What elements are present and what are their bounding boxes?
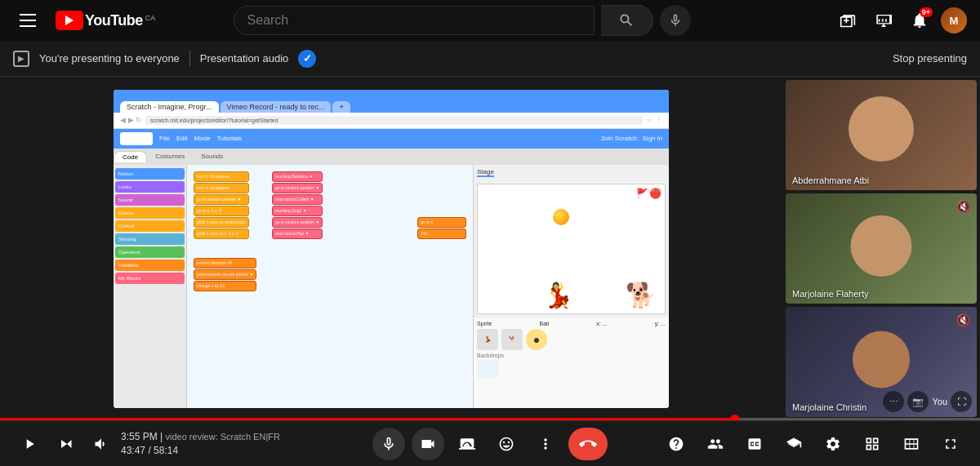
search-input[interactable] bbox=[234, 7, 594, 34]
people-button[interactable] bbox=[699, 428, 732, 460]
sprite-name: Ball bbox=[539, 321, 549, 326]
scratch-tutorials-menu[interactable]: Tutorials bbox=[217, 135, 242, 142]
layout-button[interactable] bbox=[856, 428, 889, 460]
code-block-pink[interactable]: go to random position ▼ bbox=[272, 183, 323, 193]
notifications-button[interactable]: 9+ bbox=[905, 6, 934, 35]
block-motion[interactable]: Motion bbox=[115, 168, 185, 180]
duration-current: 43:47 bbox=[121, 445, 145, 456]
tab-scratch[interactable]: Scratch - Imagine, Progr... bbox=[120, 101, 219, 113]
stage-flag-button[interactable]: 🚩 bbox=[636, 188, 648, 199]
tab-vimeo[interactable]: Vimeo Record - ready to rec... bbox=[220, 101, 332, 113]
code-block-pink[interactable]: touching Ballerina ▼ bbox=[272, 171, 323, 182]
stop-presenting-button[interactable]: Stop presenting bbox=[893, 52, 967, 64]
tab-new[interactable]: + bbox=[332, 101, 350, 113]
activities-button[interactable] bbox=[777, 428, 810, 460]
search-bar bbox=[234, 6, 595, 35]
stage-tab[interactable]: Stage bbox=[477, 168, 494, 177]
code-block[interactable]: glide 1 secs to x: 0 y: 0 bbox=[194, 229, 249, 239]
help-button[interactable] bbox=[660, 428, 693, 460]
apps-icon bbox=[875, 12, 892, 29]
apps-button[interactable] bbox=[869, 6, 898, 35]
participant-1-video bbox=[786, 80, 977, 190]
code-block[interactable]: glide 1 secs to random pos bbox=[194, 217, 249, 228]
code-block-orange[interactable]: point in direction 90 bbox=[194, 258, 256, 269]
block-sound[interactable]: Sound bbox=[115, 194, 185, 206]
present-screen-button[interactable] bbox=[451, 428, 483, 460]
url-bar[interactable]: scratch.mit.edu/projects/editor/?tutoria… bbox=[145, 116, 643, 125]
block-operators[interactable]: Operators bbox=[115, 246, 185, 258]
tab-costumes[interactable]: Costumes bbox=[147, 151, 193, 162]
participant-2-video bbox=[786, 193, 977, 304]
participant-3-name: Marjolaine Christin bbox=[792, 402, 866, 412]
tiles-icon bbox=[903, 436, 920, 452]
end-call-button[interactable] bbox=[568, 428, 608, 460]
create-button[interactable] bbox=[833, 6, 862, 35]
play-pause-button[interactable] bbox=[13, 428, 46, 460]
meet-presentation-bar: ▶ You're presenting to everyone Presenta… bbox=[0, 41, 980, 77]
tiles-button[interactable] bbox=[895, 428, 928, 460]
browser-tabs: Scratch - Imagine, Progr... Vimeo Record… bbox=[120, 90, 350, 113]
search-button[interactable] bbox=[601, 5, 653, 36]
settings-button[interactable] bbox=[817, 428, 849, 460]
emoji-icon bbox=[498, 436, 514, 452]
participant-3-more-btn[interactable]: ⋯ bbox=[883, 391, 904, 412]
participant-3-overlay-controls: ⋯ 📷 You ⛶ bbox=[883, 391, 972, 412]
tab-sounds[interactable]: Sounds bbox=[193, 151, 231, 162]
block-control[interactable]: Control bbox=[115, 220, 185, 232]
block-looks[interactable]: Looks bbox=[115, 181, 185, 193]
scratch-file-menu[interactable]: File bbox=[159, 135, 170, 142]
youtube-logo[interactable]: YouTube CA bbox=[56, 11, 155, 30]
meet-center-controls bbox=[372, 428, 608, 460]
browser-nav-bar: ◀ ▶ ↻ scratch.mit.edu/projects/editor/?t… bbox=[114, 113, 669, 129]
code-block[interactable]: go to x: 0 y: 0 bbox=[194, 206, 249, 216]
code-block-orange[interactable]: point towards mouse-pointer ▼ bbox=[194, 269, 256, 280]
reactions-button[interactable] bbox=[490, 428, 523, 460]
stage-ball-sprite bbox=[553, 209, 569, 225]
code-block[interactable]: turn ↻ 15 degrees bbox=[194, 171, 249, 182]
captions-button[interactable] bbox=[738, 428, 771, 460]
scratch-edit-menu[interactable]: Edit bbox=[176, 135, 188, 142]
block-sensing[interactable]: Sensing bbox=[115, 233, 185, 245]
code-block-pink[interactable]: go to random position ▼ bbox=[272, 217, 323, 228]
participant-3-expand-btn[interactable]: ⛶ bbox=[951, 391, 972, 412]
block-variables[interactable]: Variables bbox=[115, 260, 185, 271]
code-block-right[interactable]: go to x: bbox=[417, 217, 466, 228]
tab-code[interactable]: Code bbox=[114, 151, 147, 162]
code-block-right[interactable]: 144 bbox=[417, 229, 466, 239]
code-block-pink[interactable]: start sound Collect ▼ bbox=[272, 194, 323, 205]
backdrop-thumb[interactable] bbox=[477, 360, 498, 378]
microphone-button[interactable] bbox=[372, 428, 405, 460]
mic-icon bbox=[381, 436, 397, 452]
scratch-interface: Scratch - Imagine, Progr... Vimeo Record… bbox=[114, 90, 669, 408]
participant-tile-3: 🔇 Marjolaine Christin ⋯ 📷 You ⛶ bbox=[786, 307, 977, 417]
skip-next-button[interactable] bbox=[49, 428, 82, 460]
block-my-blocks[interactable]: My Blocks bbox=[115, 273, 185, 284]
audio-checkbox[interactable]: ✓ bbox=[298, 50, 316, 68]
participant-3-camera-btn[interactable]: 📷 bbox=[907, 391, 929, 412]
code-block-orange[interactable]: change x by 10 bbox=[194, 281, 256, 291]
hamburger-menu-button[interactable] bbox=[13, 6, 42, 35]
sprite-label: Sprite bbox=[477, 321, 492, 326]
sprite-thumb-dog[interactable]: 🐕 bbox=[501, 329, 523, 350]
scratch-section-tabs: Code Costumes Sounds bbox=[114, 149, 669, 165]
participants-panel: Abderrahmane Atbi 🔇 Marjolaine Flaherty … bbox=[782, 77, 980, 420]
participant-1-name: Abderrahmane Atbi bbox=[792, 175, 869, 185]
camera-button[interactable] bbox=[412, 428, 444, 460]
volume-button[interactable] bbox=[85, 428, 118, 460]
hamburger-icon bbox=[20, 14, 36, 27]
code-block[interactable]: turn ↺ 15 degrees bbox=[194, 183, 249, 193]
code-blocks-canvas: turn ↻ 15 degrees turn ↺ 15 degrees go t… bbox=[190, 168, 470, 408]
sprite-thumb-ball[interactable]: ● bbox=[526, 329, 547, 350]
voice-search-button[interactable] bbox=[660, 5, 691, 36]
sprite-thumb-ballerina[interactable]: 💃 bbox=[477, 329, 498, 350]
code-block-pink[interactable]: start sound Pop ▼ bbox=[272, 229, 323, 239]
code-block[interactable]: go to random position ▼ bbox=[194, 194, 249, 205]
scratch-logo bbox=[120, 132, 153, 145]
code-block-pink[interactable]: touching Dog1 ▼ bbox=[272, 206, 323, 216]
user-avatar[interactable]: M bbox=[941, 7, 967, 33]
volume-icon bbox=[93, 436, 109, 452]
block-events[interactable]: Events bbox=[115, 207, 185, 219]
more-options-button[interactable] bbox=[529, 428, 562, 460]
scratch-mode-menu[interactable]: Mode bbox=[194, 135, 211, 142]
fullscreen-button[interactable] bbox=[934, 428, 967, 460]
